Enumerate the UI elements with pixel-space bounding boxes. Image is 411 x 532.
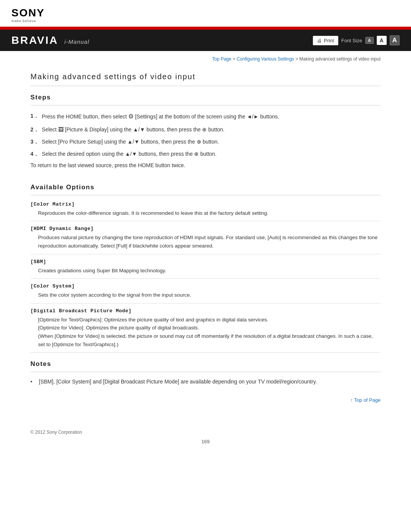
font-large-button[interactable]: A — [390, 35, 400, 45]
option-color-matrix: [Color Matrix] Reproduces the color-diff… — [30, 197, 381, 222]
available-options-heading: Available Options — [30, 176, 381, 195]
font-medium-button[interactable]: A — [377, 36, 387, 45]
notes-heading: Notes — [30, 353, 381, 372]
page-title: Making advanced settings of video input — [30, 66, 381, 86]
step-2-content: Select 🖼 [Picture & Display] using the ▲… — [42, 125, 381, 134]
option-digital-broadcast: [Digital Broadcast Picture Mode] [Optimi… — [30, 304, 381, 353]
note-1-text: [SBM], [Color System] and [Digital Broad… — [39, 377, 317, 386]
option-color-system: [Color System] Sets the color system acc… — [30, 279, 381, 304]
option-color-matrix-title: [Color Matrix] — [30, 201, 381, 207]
step-1-content: Press the HOME button, then select ⚙ [Se… — [42, 112, 381, 121]
note-1: • [SBM], [Color System] and [Digital Bro… — [30, 377, 381, 386]
sony-tagline: make.believe — [11, 19, 36, 23]
bravia-section: BRAVIA i-Manual — [11, 34, 89, 46]
nav-controls: Print Font Size A A A — [313, 35, 400, 45]
option-hdmi-title: [HDMI Dynamic Range] — [30, 226, 381, 232]
breadcrumb-sep2: > — [294, 56, 299, 62]
print-label: Print — [324, 38, 334, 43]
copyright: © 2012 Sony Corporation — [30, 430, 82, 435]
red-banner — [0, 27, 411, 30]
steps-list: 1． Press the HOME button, then select ⚙ … — [30, 107, 381, 158]
step-1-num: 1． — [30, 112, 39, 121]
font-small-button[interactable]: A — [365, 37, 374, 44]
sony-logo-text: SONY — [11, 7, 45, 19]
sony-logo: SONY make.believe — [11, 7, 45, 23]
steps-heading: Steps — [30, 86, 381, 105]
option-digital-broadcast-desc: [Optimize for Text/Graphics]: Optimizes … — [38, 316, 381, 348]
breadcrumb-top-page[interactable]: Top Page — [212, 56, 231, 62]
option-color-system-title: [Color System] — [30, 283, 381, 289]
top-bar: SONY make.believe — [0, 0, 411, 27]
print-icon — [317, 38, 322, 43]
option-color-matrix-desc: Reproduces the color-difference signals.… — [38, 209, 381, 217]
option-digital-broadcast-title: [Digital Broadcast Picture Mode] — [30, 308, 381, 314]
option-color-system-desc: Sets the color system according to the s… — [38, 291, 381, 299]
page-number: 169 — [0, 435, 411, 452]
step-2: 2． Select 🖼 [Picture & Display] using th… — [30, 125, 381, 134]
breadcrumb: Top Page > Configuring Various Settings … — [30, 51, 381, 66]
option-sbm-title: [SBM] — [30, 259, 381, 265]
top-of-page: ↑ Top of Page — [30, 389, 381, 407]
font-size-label: Font Size — [341, 38, 362, 43]
main-content: Top Page > Configuring Various Settings … — [0, 51, 411, 422]
option-hdmi: [HDMI Dynamic Range] Produces natural pi… — [30, 221, 381, 254]
option-hdmi-desc: Produces natural picture by changing the… — [38, 233, 381, 250]
breadcrumb-configuring[interactable]: Configuring Various Settings — [237, 56, 294, 62]
step-3: 3． Select [Pro Picture Setup] using the … — [30, 137, 381, 146]
option-sbm-desc: Creates gradations using Super Bit Mappi… — [38, 267, 381, 275]
notes-list: • [SBM], [Color System] and [Digital Bro… — [30, 374, 381, 386]
imanual-title: i-Manual — [64, 38, 89, 45]
nav-bar: BRAVIA i-Manual Print Font Size A A A — [0, 30, 411, 51]
top-of-page-link[interactable]: ↑ Top of Page — [350, 397, 381, 403]
step-4-num: 4． — [30, 150, 39, 158]
step-4-content: Select the desired option using the ▲/▼ … — [42, 150, 381, 158]
step-3-content: Select [Pro Picture Setup] using the ▲/▼… — [42, 137, 381, 146]
print-button[interactable]: Print — [313, 36, 338, 45]
breadcrumb-sep1: > — [231, 56, 237, 62]
step-1: 1． Press the HOME button, then select ⚙ … — [30, 112, 381, 121]
return-note: To return to the last viewed source, pre… — [30, 162, 381, 168]
option-sbm: [SBM] Creates gradations using Super Bit… — [30, 254, 381, 279]
footer: © 2012 Sony Corporation — [0, 422, 411, 435]
bravia-title: BRAVIA — [11, 34, 58, 46]
breadcrumb-current: Making advanced settings of video input — [299, 56, 381, 62]
step-3-num: 3． — [30, 137, 39, 146]
step-2-num: 2． — [30, 125, 39, 134]
step-4: 4． Select the desired option using the ▲… — [30, 150, 381, 158]
note-bullet: • — [30, 377, 36, 386]
